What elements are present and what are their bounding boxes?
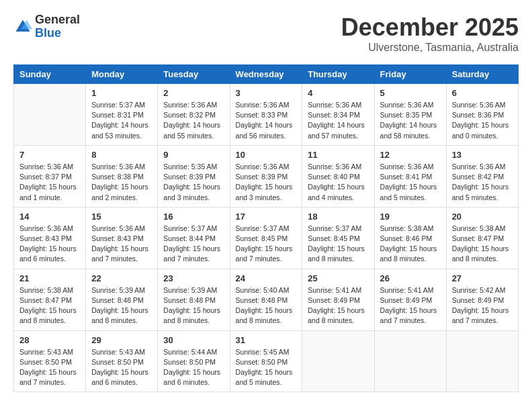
- calendar-cell: 2Sunrise: 5:36 AM Sunset: 8:32 PM Daylig…: [158, 84, 230, 146]
- day-info: Sunrise: 5:36 AM Sunset: 8:38 PM Dayligh…: [91, 162, 152, 203]
- day-number: 20: [452, 212, 513, 222]
- day-number: 12: [380, 150, 441, 160]
- day-info: Sunrise: 5:36 AM Sunset: 8:40 PM Dayligh…: [308, 162, 368, 203]
- calendar-cell: [14, 84, 86, 146]
- day-number: 30: [163, 335, 224, 345]
- calendar-cell: 4Sunrise: 5:36 AM Sunset: 8:34 PM Daylig…: [302, 84, 374, 146]
- calendar-cell: 16Sunrise: 5:37 AM Sunset: 8:44 PM Dayli…: [158, 207, 230, 269]
- day-number: 25: [308, 273, 368, 283]
- day-info: Sunrise: 5:45 AM Sunset: 8:50 PM Dayligh…: [236, 347, 297, 388]
- col-friday: Friday: [374, 65, 446, 84]
- col-wednesday: Wednesday: [230, 65, 302, 84]
- day-info: Sunrise: 5:36 AM Sunset: 8:37 PM Dayligh…: [19, 162, 80, 203]
- day-info: Sunrise: 5:44 AM Sunset: 8:50 PM Dayligh…: [163, 347, 224, 388]
- day-info: Sunrise: 5:40 AM Sunset: 8:48 PM Dayligh…: [236, 285, 297, 326]
- day-number: 17: [236, 212, 297, 222]
- calendar-cell: 25Sunrise: 5:41 AM Sunset: 8:49 PM Dayli…: [302, 269, 374, 330]
- week-row-1: 1Sunrise: 5:37 AM Sunset: 8:31 PM Daylig…: [14, 84, 519, 146]
- day-number: 14: [19, 212, 80, 222]
- calendar-cell: 3Sunrise: 5:36 AM Sunset: 8:33 PM Daylig…: [230, 84, 302, 146]
- day-number: 5: [380, 88, 441, 98]
- calendar-cell: 1Sunrise: 5:37 AM Sunset: 8:31 PM Daylig…: [86, 84, 158, 146]
- calendar-cell: 14Sunrise: 5:36 AM Sunset: 8:43 PM Dayli…: [14, 207, 86, 269]
- day-info: Sunrise: 5:38 AM Sunset: 8:47 PM Dayligh…: [452, 224, 513, 265]
- day-number: 23: [163, 273, 224, 283]
- calendar-cell: 22Sunrise: 5:39 AM Sunset: 8:48 PM Dayli…: [86, 269, 158, 330]
- day-number: 1: [91, 88, 152, 98]
- calendar-cell: 8Sunrise: 5:36 AM Sunset: 8:38 PM Daylig…: [86, 145, 158, 207]
- header-row: Sunday Monday Tuesday Wednesday Thursday…: [14, 65, 519, 84]
- day-info: Sunrise: 5:35 AM Sunset: 8:39 PM Dayligh…: [163, 162, 224, 203]
- day-number: 13: [452, 150, 513, 160]
- day-info: Sunrise: 5:36 AM Sunset: 8:42 PM Dayligh…: [452, 162, 513, 203]
- day-number: 19: [380, 212, 441, 222]
- calendar-cell: 11Sunrise: 5:36 AM Sunset: 8:40 PM Dayli…: [302, 145, 374, 207]
- col-thursday: Thursday: [302, 65, 374, 84]
- day-info: Sunrise: 5:38 AM Sunset: 8:46 PM Dayligh…: [380, 224, 441, 265]
- day-info: Sunrise: 5:38 AM Sunset: 8:47 PM Dayligh…: [19, 285, 80, 326]
- month-title: December 2025: [341, 13, 519, 42]
- day-info: Sunrise: 5:36 AM Sunset: 8:33 PM Dayligh…: [236, 100, 297, 141]
- day-info: Sunrise: 5:41 AM Sunset: 8:49 PM Dayligh…: [308, 285, 368, 326]
- day-info: Sunrise: 5:36 AM Sunset: 8:41 PM Dayligh…: [380, 162, 441, 203]
- calendar-cell: [446, 330, 518, 392]
- day-info: Sunrise: 5:37 AM Sunset: 8:31 PM Dayligh…: [91, 100, 152, 141]
- day-info: Sunrise: 5:36 AM Sunset: 8:32 PM Dayligh…: [163, 100, 224, 141]
- day-number: 18: [308, 212, 368, 222]
- day-info: Sunrise: 5:39 AM Sunset: 8:48 PM Dayligh…: [91, 285, 152, 326]
- day-number: 31: [236, 335, 297, 345]
- col-monday: Monday: [86, 65, 158, 84]
- logo-icon: [13, 17, 32, 36]
- logo-text: General Blue: [35, 13, 80, 40]
- day-info: Sunrise: 5:42 AM Sunset: 8:49 PM Dayligh…: [452, 285, 513, 326]
- day-number: 26: [380, 273, 441, 283]
- day-info: Sunrise: 5:36 AM Sunset: 8:43 PM Dayligh…: [19, 224, 80, 265]
- day-info: Sunrise: 5:36 AM Sunset: 8:34 PM Dayligh…: [308, 100, 368, 141]
- week-row-2: 7Sunrise: 5:36 AM Sunset: 8:37 PM Daylig…: [14, 145, 519, 207]
- calendar-cell: 23Sunrise: 5:39 AM Sunset: 8:48 PM Dayli…: [158, 269, 230, 330]
- day-number: 3: [236, 88, 297, 98]
- calendar-cell: 20Sunrise: 5:38 AM Sunset: 8:47 PM Dayli…: [446, 207, 518, 269]
- calendar-cell: 31Sunrise: 5:45 AM Sunset: 8:50 PM Dayli…: [230, 330, 302, 392]
- day-info: Sunrise: 5:36 AM Sunset: 8:39 PM Dayligh…: [236, 162, 297, 203]
- day-number: 10: [236, 150, 297, 160]
- day-number: 27: [452, 273, 513, 283]
- calendar-cell: 29Sunrise: 5:43 AM Sunset: 8:50 PM Dayli…: [86, 330, 158, 392]
- day-number: 9: [163, 150, 224, 160]
- calendar-cell: 7Sunrise: 5:36 AM Sunset: 8:37 PM Daylig…: [14, 145, 86, 207]
- calendar-cell: 19Sunrise: 5:38 AM Sunset: 8:46 PM Dayli…: [374, 207, 446, 269]
- day-number: 7: [19, 150, 80, 160]
- day-info: Sunrise: 5:43 AM Sunset: 8:50 PM Dayligh…: [91, 347, 152, 388]
- week-row-4: 21Sunrise: 5:38 AM Sunset: 8:47 PM Dayli…: [14, 269, 519, 330]
- col-sunday: Sunday: [14, 65, 86, 84]
- day-number: 22: [91, 273, 152, 283]
- day-number: 15: [91, 212, 152, 222]
- day-info: Sunrise: 5:37 AM Sunset: 8:45 PM Dayligh…: [236, 224, 297, 265]
- day-number: 28: [19, 335, 80, 345]
- calendar-cell: [374, 330, 446, 392]
- day-number: 8: [91, 150, 152, 160]
- day-number: 16: [163, 212, 224, 222]
- calendar-cell: 21Sunrise: 5:38 AM Sunset: 8:47 PM Dayli…: [14, 269, 86, 330]
- calendar-header: Sunday Monday Tuesday Wednesday Thursday…: [14, 65, 519, 84]
- calendar-body: 1Sunrise: 5:37 AM Sunset: 8:31 PM Daylig…: [14, 84, 519, 392]
- calendar-cell: 27Sunrise: 5:42 AM Sunset: 8:49 PM Dayli…: [446, 269, 518, 330]
- calendar-cell: 28Sunrise: 5:43 AM Sunset: 8:50 PM Dayli…: [14, 330, 86, 392]
- calendar-cell: 15Sunrise: 5:36 AM Sunset: 8:43 PM Dayli…: [86, 207, 158, 269]
- day-info: Sunrise: 5:36 AM Sunset: 8:43 PM Dayligh…: [91, 224, 152, 265]
- day-info: Sunrise: 5:43 AM Sunset: 8:50 PM Dayligh…: [19, 347, 80, 388]
- day-info: Sunrise: 5:37 AM Sunset: 8:44 PM Dayligh…: [163, 224, 224, 265]
- day-number: 21: [19, 273, 80, 283]
- day-info: Sunrise: 5:37 AM Sunset: 8:45 PM Dayligh…: [308, 224, 368, 265]
- calendar-cell: 9Sunrise: 5:35 AM Sunset: 8:39 PM Daylig…: [158, 145, 230, 207]
- logo: General Blue: [13, 13, 80, 40]
- calendar-cell: 18Sunrise: 5:37 AM Sunset: 8:45 PM Dayli…: [302, 207, 374, 269]
- page-header: General Blue December 2025 Ulverstone, T…: [13, 13, 519, 54]
- logo-blue-text: Blue: [35, 27, 80, 40]
- day-number: 24: [236, 273, 297, 283]
- day-number: 29: [91, 335, 152, 345]
- day-info: Sunrise: 5:36 AM Sunset: 8:35 PM Dayligh…: [380, 100, 441, 141]
- calendar-cell: 17Sunrise: 5:37 AM Sunset: 8:45 PM Dayli…: [230, 207, 302, 269]
- calendar-cell: 26Sunrise: 5:41 AM Sunset: 8:49 PM Dayli…: [374, 269, 446, 330]
- calendar-cell: 12Sunrise: 5:36 AM Sunset: 8:41 PM Dayli…: [374, 145, 446, 207]
